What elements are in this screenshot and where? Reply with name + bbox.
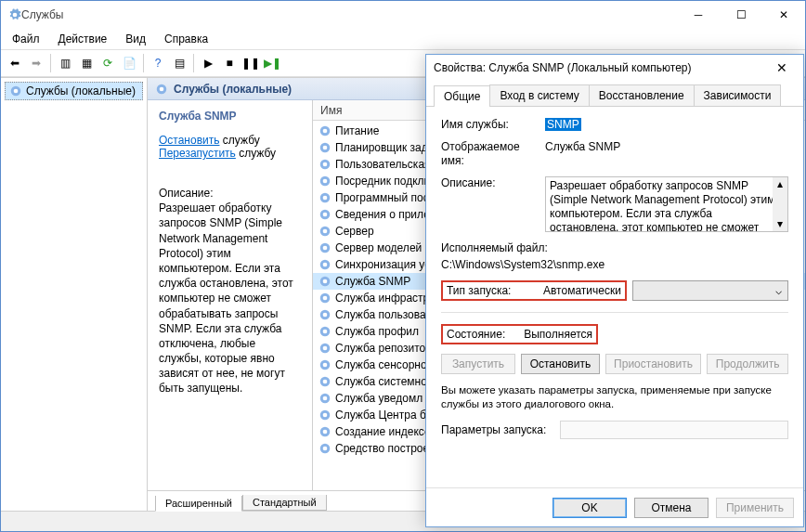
detail-pane: Служба SNMP Остановить службу Перезапуст… — [148, 100, 313, 490]
svg-point-13 — [323, 196, 328, 201]
stop-button[interactable]: ■ — [219, 53, 240, 73]
refresh-button[interactable]: ⟳ — [98, 53, 118, 73]
menu-view[interactable]: Вид — [118, 31, 153, 47]
label-display-name: Отображаемое имя: — [441, 140, 538, 167]
service-icon — [318, 241, 332, 254]
control-buttons: Запустить Остановить Приостановить Продо… — [441, 354, 788, 374]
service-item-label: Создание индексов — [335, 425, 436, 438]
startup-type-select[interactable]: ⌵ — [632, 280, 788, 301]
pause-button[interactable]: ❚❚ — [240, 53, 261, 73]
svg-point-17 — [323, 229, 328, 234]
description-label: Описание: — [159, 186, 301, 201]
svg-point-3 — [160, 86, 164, 91]
maximize-button[interactable]: ☐ — [720, 1, 762, 29]
dialog-titlebar: Свойства: Служба SNMP (Локальный компьют… — [426, 55, 803, 81]
svg-point-19 — [323, 246, 328, 251]
restart-button[interactable]: ▶❚ — [262, 53, 282, 73]
panel-header-icon — [155, 83, 168, 96]
ok-button[interactable]: OK — [552, 498, 627, 518]
service-icon — [318, 308, 332, 321]
tab-recovery[interactable]: Восстановление — [589, 84, 695, 106]
resume-button[interactable]: Продолжить — [707, 354, 788, 374]
value-display-name: Служба SNMP — [545, 140, 788, 153]
tab-general[interactable]: Общие — [434, 85, 490, 107]
params-input[interactable] — [560, 421, 788, 439]
svg-point-11 — [323, 179, 328, 184]
close-button[interactable]: ✕ — [762, 1, 805, 29]
stop-button[interactable]: Остановить — [521, 354, 600, 374]
svg-point-33 — [323, 363, 328, 368]
service-icon — [318, 425, 332, 438]
service-item-label: Служба системно — [335, 375, 427, 388]
chevron-down-icon: ⌵ — [775, 284, 782, 297]
svg-point-37 — [323, 396, 328, 401]
show-hide-tree-button[interactable]: ▥ — [55, 53, 75, 73]
service-item-label: Служба репозитор — [335, 342, 432, 355]
value-exe-path: C:\Windows\System32\snmp.exe — [441, 258, 788, 271]
dialog-title: Свойства: Служба SNMP (Локальный компьют… — [434, 61, 768, 74]
menu-help[interactable]: Справка — [157, 31, 215, 47]
stop-service-link[interactable]: Остановить — [159, 134, 220, 147]
pause-button[interactable]: Приостановить — [605, 354, 701, 374]
start-button[interactable]: Запустить — [441, 354, 515, 374]
svg-point-29 — [323, 330, 328, 334]
service-icon — [318, 442, 332, 455]
svg-point-21 — [323, 263, 328, 267]
service-icon — [318, 124, 332, 137]
minimize-button[interactable]: ─ — [677, 1, 720, 29]
label-service-name: Имя службы: — [441, 118, 538, 131]
label-exe-path: Исполняемый файл: — [441, 241, 788, 254]
value-service-name: SNMP — [545, 118, 581, 131]
service-icon — [318, 208, 332, 221]
service-icon — [318, 342, 332, 355]
dialog-close-button[interactable]: ✕ — [768, 60, 796, 75]
service-icon — [318, 375, 332, 388]
description-text: Разрешает обработку запросов SNMP (Simpl… — [159, 201, 301, 396]
svg-point-27 — [323, 313, 328, 318]
action-button[interactable]: ▤ — [169, 53, 189, 73]
restart-service-link[interactable]: Перезапустить — [159, 147, 236, 160]
properties-toolbar-button[interactable]: ▦ — [76, 53, 97, 73]
tree-root-item[interactable]: Службы (локальные) — [5, 82, 143, 100]
forward-button[interactable]: ➡ — [26, 53, 46, 73]
service-icon — [318, 392, 332, 405]
service-item-label: Средство построен — [335, 442, 436, 455]
service-item-label: Служба инфрастр — [335, 292, 429, 305]
apply-button[interactable]: Применить — [716, 498, 794, 518]
svg-point-41 — [323, 430, 328, 435]
play-button[interactable]: ▶ — [198, 53, 218, 73]
window-title: Службы — [21, 8, 677, 21]
tab-standard[interactable]: Стандартный — [242, 495, 327, 511]
service-item-label: Служба уведомл — [335, 392, 422, 405]
svg-point-7 — [323, 146, 328, 150]
svg-point-43 — [323, 447, 328, 451]
selected-service-name: Служба SNMP — [159, 110, 301, 123]
service-item-label: Служба профил — [335, 325, 419, 338]
tree-pane: Службы (локальные) — [1, 78, 148, 511]
svg-point-15 — [323, 213, 328, 217]
tree-root-label: Службы (локальные) — [26, 84, 136, 97]
svg-point-31 — [323, 346, 328, 351]
help-button[interactable]: ? — [148, 53, 168, 73]
service-item-label: Сервер — [335, 225, 374, 238]
service-item-label: Сервер моделей — [335, 241, 422, 254]
tab-extended[interactable]: Расширенный — [155, 496, 242, 512]
service-icon — [318, 158, 332, 171]
cancel-button[interactable]: Отмена — [634, 498, 708, 518]
tab-dependencies[interactable]: Зависимости — [694, 84, 782, 106]
tab-logon[interactable]: Вход в систему — [489, 84, 589, 106]
svg-point-25 — [323, 296, 328, 301]
menu-action[interactable]: Действие — [51, 31, 115, 47]
svg-point-9 — [323, 162, 328, 167]
description-scrollbar[interactable]: ▴▾ — [773, 177, 787, 231]
dialog-tabs: Общие Вход в систему Восстановление Зави… — [426, 81, 803, 107]
label-params: Параметры запуска: — [441, 423, 552, 436]
service-icon — [318, 292, 332, 305]
description-box: Разрешает обработку запросов SNMP (Simpl… — [545, 176, 788, 232]
menu-file[interactable]: Файл — [5, 31, 47, 47]
svg-point-5 — [323, 129, 328, 134]
export-button[interactable]: 📄 — [119, 53, 139, 73]
back-button[interactable]: ⬅ — [5, 53, 25, 73]
service-item-label: Пользовательская — [335, 158, 431, 171]
panel-header-label: Службы (локальные) — [174, 83, 292, 96]
